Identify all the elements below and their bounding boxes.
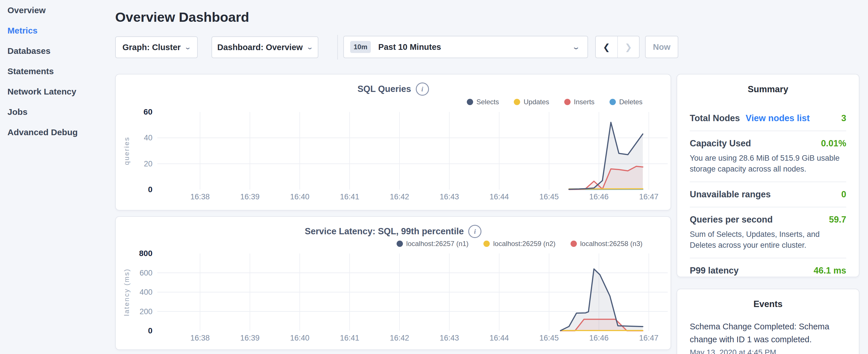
- chevron-down-icon: ⌄: [184, 43, 192, 51]
- capacity-used-desc: You are using 28.6 MiB of 515.9 GiB usab…: [690, 153, 846, 174]
- svg-text:20: 20: [144, 160, 152, 168]
- time-nav-group: ❮ ❯: [595, 36, 640, 58]
- summary-row-unavailable-ranges: Unavailable ranges 0: [690, 182, 846, 207]
- svg-text:200: 200: [140, 307, 152, 316]
- node3-dot-icon: [570, 240, 577, 247]
- summary-row-total-nodes: Total Nodes View nodes list 3: [690, 106, 846, 131]
- time-range-selector[interactable]: 10m Past 10 Minutes ⌄: [343, 36, 588, 58]
- svg-text:16:46: 16:46: [589, 334, 609, 342]
- svg-text:400: 400: [140, 288, 152, 296]
- sidebar-item-databases[interactable]: Databases: [0, 41, 115, 61]
- sidebar-item-advanced-debug[interactable]: Advanced Debug: [0, 122, 115, 142]
- svg-text:16:45: 16:45: [539, 334, 559, 342]
- svg-text:16:41: 16:41: [340, 334, 359, 342]
- dashboard-label: Dashboard: Overview: [217, 43, 303, 52]
- time-prev-button[interactable]: ❮: [596, 36, 618, 58]
- time-next-button[interactable]: ❯: [618, 36, 639, 58]
- capacity-used-value: 0.01%: [821, 138, 846, 149]
- chart-title: SQL Queries: [358, 84, 411, 94]
- svg-text:0: 0: [148, 326, 152, 335]
- svg-text:16:38: 16:38: [190, 334, 210, 342]
- svg-text:16:44: 16:44: [490, 334, 509, 342]
- legend-item: localhost:26259 (n2): [484, 240, 555, 248]
- p99-latency-value: 46.1 ms: [813, 265, 846, 276]
- summary-row-queries-per-second: Queries per second 59.7 Sum of Selects, …: [690, 207, 846, 258]
- summary-panel: Summary Total Nodes View nodes list 3 Ca…: [677, 74, 859, 277]
- legend-item: Updates: [514, 98, 549, 106]
- sql-queries-chart-card: 16:3816:3916:4016:4116:4216:4316:4416:45…: [115, 74, 671, 211]
- svg-text:16:44: 16:44: [490, 192, 509, 201]
- legend-item: localhost:26257 (n1): [397, 240, 468, 248]
- chart-legend: Selects Updates Inserts Deletes: [467, 98, 643, 106]
- svg-text:16:39: 16:39: [240, 192, 260, 201]
- time-now-button[interactable]: Now: [645, 36, 678, 58]
- events-panel: Events Schema Change Completed: Schema c…: [677, 289, 859, 354]
- info-icon[interactable]: i: [416, 83, 429, 96]
- event-timestamp: May 13, 2020 at 4:45 PM: [690, 348, 846, 354]
- time-range-badge: 10m: [350, 41, 371, 53]
- qps-value: 59.7: [829, 215, 846, 225]
- deletes-dot-icon: [610, 99, 616, 105]
- toolbar-divider: [337, 35, 338, 60]
- sidebar-item-overview[interactable]: Overview: [0, 0, 115, 20]
- svg-text:16:40: 16:40: [290, 192, 309, 201]
- legend-item: Deletes: [610, 98, 643, 106]
- svg-text:16:38: 16:38: [190, 192, 210, 201]
- legend-item: Inserts: [564, 98, 595, 106]
- svg-text:16:46: 16:46: [589, 192, 609, 201]
- event-text: Schema Change Completed: Schema change w…: [690, 320, 846, 346]
- svg-text:16:47: 16:47: [639, 192, 658, 201]
- svg-text:16:40: 16:40: [290, 334, 309, 342]
- events-title: Events: [677, 299, 859, 309]
- sidebar-item-metrics[interactable]: Metrics: [0, 20, 115, 41]
- node2-dot-icon: [484, 240, 490, 247]
- svg-text:16:43: 16:43: [440, 334, 459, 342]
- svg-text:40: 40: [144, 133, 152, 142]
- chevron-down-icon: ⌄: [306, 43, 314, 51]
- inserts-dot-icon: [564, 99, 570, 105]
- svg-text:800: 800: [139, 249, 152, 258]
- chevron-down-icon: ⌄: [572, 43, 580, 51]
- svg-text:600: 600: [140, 269, 152, 277]
- svg-text:60: 60: [144, 107, 152, 116]
- info-icon[interactable]: i: [468, 225, 482, 238]
- view-nodes-list-link[interactable]: View nodes list: [746, 113, 810, 123]
- summary-row-p99-latency: P99 latency 46.1 ms: [690, 258, 846, 283]
- page-title: Overview Dashboard: [115, 9, 249, 25]
- service-latency-chart-card: 16:3816:3916:4016:4116:4216:4316:4416:45…: [115, 216, 671, 350]
- svg-text:16:43: 16:43: [440, 192, 459, 201]
- svg-text:16:45: 16:45: [539, 192, 559, 201]
- total-nodes-value: 3: [841, 113, 846, 123]
- sidebar: Overview Metrics Databases Statements Ne…: [0, 0, 115, 354]
- graph-scope-label: Graph: Cluster: [122, 43, 181, 52]
- svg-text:0: 0: [148, 185, 152, 194]
- time-range-label: Past 10 Minutes: [378, 42, 573, 52]
- svg-text:16:42: 16:42: [390, 334, 409, 342]
- graph-scope-dropdown[interactable]: Graph: Cluster ⌄: [115, 36, 198, 58]
- svg-text:latency (ms): latency (ms): [123, 268, 130, 316]
- node1-dot-icon: [397, 240, 403, 247]
- sidebar-item-statements[interactable]: Statements: [0, 61, 115, 81]
- summary-title: Summary: [677, 84, 859, 95]
- event-item[interactable]: Schema Change Completed: Schema change w…: [690, 320, 846, 354]
- svg-text:16:47: 16:47: [639, 334, 658, 342]
- updates-dot-icon: [514, 99, 520, 105]
- svg-text:queries: queries: [123, 137, 130, 165]
- chart-title: Service Latency: SQL, 99th percentile: [305, 226, 464, 236]
- svg-text:16:41: 16:41: [340, 192, 359, 201]
- qps-desc: Sum of Selects, Updates, Inserts, and De…: [690, 229, 846, 251]
- app-root: Overview Metrics Databases Statements Ne…: [0, 0, 868, 354]
- svg-text:16:42: 16:42: [390, 192, 409, 201]
- svg-text:16:39: 16:39: [240, 334, 260, 342]
- dashboard-dropdown[interactable]: Dashboard: Overview ⌄: [212, 36, 318, 58]
- sidebar-item-network-latency[interactable]: Network Latency: [0, 81, 115, 102]
- selects-dot-icon: [467, 99, 473, 105]
- unavailable-ranges-value: 0: [841, 189, 846, 200]
- legend-item: localhost:26258 (n3): [570, 240, 643, 248]
- summary-row-capacity-used: Capacity Used 0.01% You are using 28.6 M…: [690, 131, 846, 182]
- chart-legend: localhost:26257 (n1) localhost:26259 (n2…: [397, 240, 643, 248]
- legend-item: Selects: [467, 98, 499, 106]
- sidebar-item-jobs[interactable]: Jobs: [0, 102, 115, 122]
